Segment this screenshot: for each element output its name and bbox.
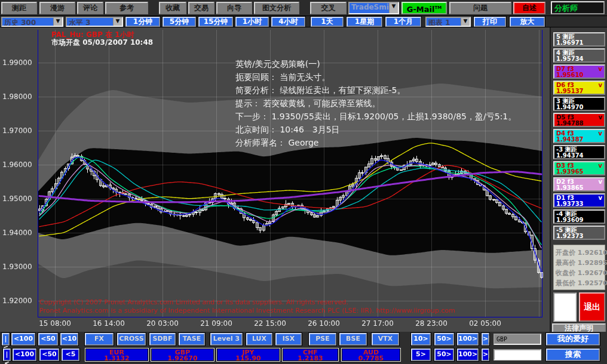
print-button[interactable]: 打印 (474, 17, 506, 27)
check-icon: v (598, 115, 602, 121)
page-nav2-right-4[interactable]: >| (482, 348, 489, 361)
menu-button-4[interactable]: 参考 (105, 2, 148, 14)
timeframe-button-8[interactable]: 1个月 (385, 17, 421, 27)
analysis-text-block: 英镑/美元交易策略(一)扼要回顾： 当前无头寸。简要分析： 绿线附近卖出，有望下… (235, 57, 516, 149)
page-nav-right-3[interactable]: 100> (457, 333, 479, 346)
gmail-button[interactable]: G-MailTM (401, 2, 447, 14)
level-button-5-测距[interactable]: 5 测距1.96971 (553, 32, 605, 47)
level-button-D1-f3[interactable]: D1 f3v1.93733 (553, 193, 605, 208)
timeframe-button-5[interactable]: 4小时 (271, 17, 305, 27)
level-button--3-测距[interactable]: -3 测距1.94374 (553, 145, 605, 159)
page-nav-left-1[interactable]: |< (2, 333, 10, 346)
menu-button-6[interactable]: 交易 (188, 2, 214, 14)
high-price: 最高价 1.92895 (556, 258, 603, 268)
tradesmith-dropdown[interactable]: TradeSmith ▼ (348, 2, 399, 14)
page-nav2-left-3[interactable]: <50 (39, 348, 59, 361)
menu-button-5[interactable]: 收藏 (159, 2, 186, 14)
level-value: 1.93965 (556, 169, 602, 175)
menu-button-7[interactable]: 向导 (216, 2, 252, 14)
timeframe-button-4[interactable]: 1小时 (235, 17, 269, 27)
level-button-D4-f3[interactable]: D4 f3v1.94387 (553, 129, 605, 143)
close-price: 收盘价 1.92670 (556, 268, 603, 278)
check-icon: v (598, 179, 602, 185)
level-button--4-测距[interactable]: -4 测距1.93609 (553, 209, 605, 224)
market-button-sdbf[interactable]: SDBF (149, 333, 176, 346)
symbol-input[interactable] (493, 334, 541, 345)
level-value: 1.96971 (556, 40, 602, 46)
market-button-tase[interactable]: TASE (179, 333, 205, 346)
page-nav2-left-4[interactable]: <5 (62, 348, 79, 361)
ticker-jpy[interactable]: JPY115.90 (217, 348, 280, 361)
page-nav2-left-1[interactable]: |< (3, 348, 11, 361)
exit-button[interactable]: 退出 (579, 292, 605, 322)
page-nav2-right-1[interactable]: 5> (411, 348, 431, 361)
page-nav2-right-2[interactable]: 50> (434, 348, 454, 361)
market-button-pse[interactable]: PSE (309, 333, 336, 346)
ticker-eur[interactable]: EUR1.3132 (85, 348, 148, 361)
y-axis-label: 1.97000 (2, 127, 32, 135)
level-button-D6-f3[interactable]: D6 f3v1.95137 (553, 81, 605, 95)
analysis-line-3: 简要分析： 绿线附近卖出，有望下探测距-5。 (235, 84, 516, 97)
page-nav-left-3[interactable]: <50 (38, 333, 58, 346)
x-axis-label: 02 05:00 (469, 319, 501, 328)
level-value: 1.94970 (556, 104, 602, 110)
timeframe-button-7[interactable]: 1星期 (347, 17, 382, 27)
analysis-line-2: 扼要回顾： 当前无头寸。 (235, 70, 516, 84)
chevron-down-icon[interactable]: ▼ (53, 18, 62, 26)
market-button-vtx[interactable]: VTX (372, 333, 399, 346)
y-axis-label: 1.95000 (2, 195, 32, 203)
timeframe-button-2[interactable]: 5分钟 (163, 17, 196, 27)
menu-button-8[interactable]: 图文分析 (254, 2, 299, 14)
menu-button-3[interactable]: 评论 (77, 2, 103, 14)
question-button[interactable]: 问题 (449, 2, 511, 14)
zoom-in-button[interactable]: 放大 (510, 17, 545, 27)
level-button-D2-f3[interactable]: D2 f3v1.93865 (553, 177, 605, 192)
trademark-symbol: TM (434, 5, 442, 10)
level-value: 1.95137 (556, 88, 602, 94)
market-button-level-3[interactable]: Level 3 (210, 333, 243, 346)
market-button-cross[interactable]: CROSS (117, 333, 146, 346)
level-button--5-测距[interactable]: -5 测距1.92373 (553, 226, 605, 240)
level-button-4-测距[interactable]: 4 测距1.95734 (553, 48, 605, 63)
chevron-down-icon[interactable]: ▼ (389, 3, 398, 13)
page-nav2-left-2[interactable]: <100 (13, 348, 36, 361)
x-axis-label: 16 14:00 (93, 319, 125, 328)
market-button-isx[interactable]: ISX (275, 333, 302, 346)
page-nav-right-4[interactable]: >| (482, 333, 489, 346)
page-nav-left-4[interactable]: <10 (60, 333, 78, 346)
market-open-label: 市场开盘 05/03/2007 10:48 (51, 38, 153, 48)
page-nav-right-1[interactable]: 10> (411, 333, 431, 346)
page-nav-left-2[interactable]: <100 (11, 333, 35, 346)
menu-button-9[interactable]: 交叉 (310, 2, 347, 14)
menu-button-2[interactable]: 漫游 (39, 2, 75, 14)
self-description-button[interactable]: 自述 (513, 2, 545, 14)
check-icon: v (598, 195, 602, 201)
menu-button-1[interactable]: 测距 (1, 2, 37, 14)
market-button-lux[interactable]: LUX (246, 333, 272, 346)
chevron-down-icon[interactable]: ▼ (113, 18, 122, 26)
market-button-bse[interactable]: BSE (339, 333, 367, 346)
chart-select-dropdown[interactable]: 图表 1 ▼ (425, 17, 471, 27)
page-nav2-right-3[interactable]: 100> (457, 348, 479, 361)
ticker-aud[interactable]: AUD0.7785 (342, 348, 400, 361)
history-dropdown[interactable]: 历史 300 ▼ (1, 17, 63, 27)
level-dropdown[interactable]: 水平 3 ▼ (66, 17, 123, 27)
timeframe-button-1[interactable]: 1分钟 (125, 17, 160, 27)
level-button-D7-f3[interactable]: D7 f3v1.95610 (553, 64, 605, 79)
analysis-line-7: 分析师署名： George (235, 136, 516, 149)
timeframe-button-3[interactable]: 15分钟 (198, 17, 233, 27)
timeframe-button-6[interactable]: 1天 (311, 17, 344, 27)
level-button-D5-f3[interactable]: D5 f3v1.94788 (553, 113, 605, 127)
ticker-chf[interactable]: CHF1.2183 (283, 348, 338, 361)
level-button-D3-f3[interactable]: D3 f3v1.93965 (553, 161, 605, 175)
chevron-down-icon[interactable]: ▼ (461, 18, 470, 26)
ticker-gbp[interactable]: GBP1.92670 (151, 348, 214, 361)
analysis-line-6: 北京时间： 10:46 3月5日 (235, 123, 516, 136)
search-input[interactable] (493, 349, 541, 360)
favorites-button[interactable]: 我的爱好 (546, 333, 600, 346)
level-value: 1.94374 (556, 153, 602, 159)
page-nav-right-2[interactable]: 50> (434, 333, 454, 346)
search-button[interactable]: 搜索 (546, 348, 600, 361)
market-button-fx[interactable]: FX (85, 333, 114, 346)
level-button-3-测距[interactable]: 3 测距1.94970 (553, 97, 605, 111)
